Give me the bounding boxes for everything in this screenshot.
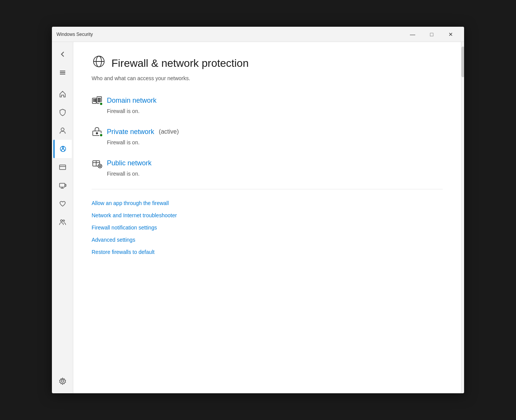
sidebar-item-account[interactable] (53, 121, 72, 140)
scrollbar-track[interactable] (461, 42, 464, 393)
svg-point-3 (61, 128, 64, 131)
sidebar-item-health[interactable] (53, 195, 72, 213)
svg-rect-21 (95, 101, 96, 102)
windows-security-window: Windows Security — □ ✕ (52, 27, 464, 393)
firewall-page-icon (92, 54, 106, 72)
advanced-settings-link[interactable]: Advanced settings (92, 237, 443, 243)
public-network-header: Public network (92, 158, 443, 168)
private-network-active-badge: (active) (159, 128, 179, 135)
links-section: Allow an app through the firewall Networ… (92, 200, 443, 255)
svg-point-12 (63, 220, 64, 221)
page-title: Firewall & network protection (111, 57, 248, 69)
svg-rect-26 (100, 98, 100, 99)
section-divider (92, 189, 443, 189)
allow-app-link[interactable]: Allow an app through the firewall (92, 200, 443, 206)
sidebar-item-app-browser[interactable] (53, 158, 72, 176)
svg-rect-0 (60, 71, 65, 71)
svg-point-30 (96, 132, 98, 134)
svg-rect-24 (98, 100, 99, 100)
public-network-status: Firewall is on. (107, 171, 443, 177)
window-title: Windows Security (56, 32, 93, 37)
svg-point-11 (60, 220, 62, 222)
public-network-card[interactable]: Public network Firewall is on. (92, 158, 443, 177)
back-button[interactable] (53, 45, 72, 63)
svg-rect-25 (98, 101, 99, 102)
sidebar-item-family[interactable] (53, 213, 72, 231)
sidebar (52, 42, 73, 393)
sidebar-item-home[interactable] (53, 85, 72, 103)
hamburger-menu[interactable] (53, 63, 72, 82)
troubleshooter-link[interactable]: Network and Internet troubleshooter (92, 212, 443, 218)
sidebar-item-virus-protection[interactable] (53, 103, 72, 121)
svg-rect-7 (60, 183, 65, 187)
sidebar-item-settings[interactable] (53, 372, 72, 390)
svg-rect-18 (94, 99, 94, 100)
domain-network-name[interactable]: Domain network (107, 97, 156, 105)
page-header: Firewall & network protection (92, 54, 443, 72)
svg-rect-1 (60, 72, 65, 73)
domain-network-icon (92, 95, 102, 106)
svg-rect-19 (94, 101, 94, 102)
window-controls: — □ ✕ (404, 29, 460, 40)
private-network-card[interactable]: Private network (active) Firewall is on. (92, 126, 443, 145)
public-network-icon (92, 158, 102, 168)
notification-settings-link[interactable]: Firewall notification settings (92, 225, 443, 231)
private-network-status: Firewall is on. (107, 139, 443, 145)
svg-rect-20 (95, 99, 96, 100)
private-network-header: Private network (active) (92, 126, 443, 137)
svg-rect-2 (60, 74, 65, 74)
private-active-dot (99, 133, 103, 137)
domain-network-status: Firewall is on. (107, 108, 443, 114)
domain-network-card[interactable]: Domain network Firewall is on. (92, 95, 443, 114)
svg-point-13 (61, 380, 64, 382)
maximize-button[interactable]: □ (423, 29, 440, 40)
titlebar: Windows Security — □ ✕ (52, 27, 464, 42)
svg-rect-5 (60, 165, 66, 170)
svg-rect-10 (65, 184, 66, 186)
page-subtitle: Who and what can access your networks. (92, 75, 443, 81)
restore-default-link[interactable]: Restore firewalls to default (92, 249, 443, 255)
sidebar-item-firewall[interactable] (53, 140, 72, 158)
public-network-name[interactable]: Public network (107, 159, 152, 167)
main-content: Firewall & network protection Who and wh… (73, 42, 461, 393)
app-body: Firewall & network protection Who and wh… (52, 42, 464, 393)
private-network-icon (92, 126, 102, 137)
sidebar-item-device-security[interactable] (53, 176, 72, 195)
domain-active-dot (99, 102, 103, 106)
private-network-name[interactable]: Private network (107, 128, 154, 136)
domain-network-header: Domain network (92, 95, 443, 106)
close-button[interactable]: ✕ (442, 29, 460, 40)
svg-rect-27 (100, 100, 100, 100)
minimize-button[interactable]: — (404, 29, 421, 40)
svg-rect-23 (98, 98, 99, 99)
scrollbar-thumb[interactable] (461, 47, 464, 77)
